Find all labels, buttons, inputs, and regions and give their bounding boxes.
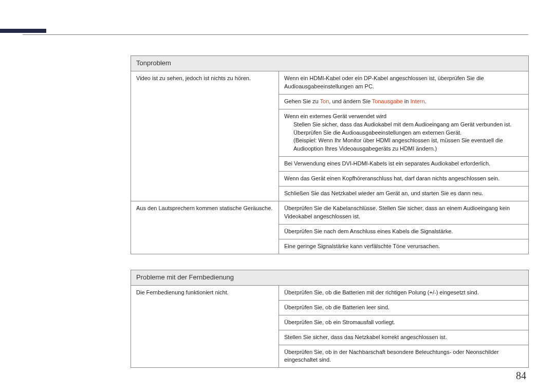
problem-label: Aus den Lautsprechern kommen statische G… (131, 201, 279, 254)
text: in (403, 98, 411, 104)
problem-label: Die Fernbedienung funktioniert nicht. (131, 285, 279, 368)
solution-cell: Überprüfen Sie, ob die Batterien mit der… (279, 285, 529, 300)
table-row: Tonproblem (131, 56, 529, 71)
table-row: Die Fernbedienung funktioniert nicht. Üb… (131, 285, 529, 300)
bullet-text: Überprüfen Sie die Audioausgabeeinstellu… (284, 129, 523, 137)
solution-cell: Überprüfen Sie, ob in der Nachbarschaft … (279, 345, 529, 368)
highlight-intern: Intern (411, 98, 425, 104)
section-header-fernbedienung: Probleme mit der Fernbedienung (131, 270, 529, 285)
highlight-tonausgabe: Tonausgabe (372, 98, 403, 104)
spacer (131, 254, 528, 270)
table-tonproblem: Tonproblem Video ist zu sehen, jedoch is… (131, 55, 529, 254)
text: Wenn ein externes Gerät verwendet wird (284, 113, 386, 119)
solution-cell: Gehen Sie zu Ton, und ändern Sie Tonausg… (279, 94, 529, 109)
content-area: Tonproblem Video ist zu sehen, jedoch is… (131, 55, 528, 368)
solution-cell: Wenn das Gerät einen Kopfhöreranschluss … (279, 172, 529, 186)
top-rule (23, 34, 528, 35)
page-number: 84 (516, 370, 526, 382)
solution-cell: Eine geringe Signalstärke kann verfälsch… (279, 239, 529, 254)
table-row: Video ist zu sehen, jedoch ist nichts zu… (131, 71, 529, 94)
solution-cell: Bei Verwendung eines DVI-HDMI-Kabels ist… (279, 157, 529, 172)
table-fernbedienung: Probleme mit der Fernbedienung Die Fernb… (131, 270, 529, 368)
accent-bar (0, 29, 46, 33)
solution-cell: Schließen Sie das Netzkabel wieder am Ge… (279, 186, 529, 201)
section-header-tonproblem: Tonproblem (131, 56, 529, 71)
page-root: Tonproblem Video ist zu sehen, jedoch is… (0, 0, 555, 392)
solution-cell: Überprüfen Sie, ob die Batterien leer si… (279, 300, 529, 315)
bullet-text: Stellen Sie sicher, dass das Audiokabel … (284, 121, 523, 129)
text: Gehen Sie zu (284, 98, 320, 104)
solution-cell: Überprüfen Sie die Kabelanschlüsse. Stel… (279, 201, 529, 225)
highlight-ton: Ton (320, 98, 329, 104)
solution-cell: Wenn ein externes Gerät verwendet wird S… (279, 109, 529, 157)
bullet-note: (Beispiel: Wenn Ihr Monitor über HDMI an… (284, 137, 523, 153)
table-row: Probleme mit der Fernbedienung (131, 270, 529, 285)
problem-label: Video ist zu sehen, jedoch ist nichts zu… (131, 71, 279, 201)
solution-cell: Wenn ein HDMI-Kabel oder ein DP-Kabel an… (279, 71, 529, 94)
table-row: Aus den Lautsprechern kommen statische G… (131, 201, 529, 225)
solution-cell: Überprüfen Sie, ob ein Stromausfall vorl… (279, 315, 529, 330)
text: , und ändern Sie (329, 98, 372, 104)
solution-cell: Stellen Sie sicher, dass das Netzkabel k… (279, 330, 529, 345)
text: . (425, 98, 427, 104)
solution-cell: Überprüfen Sie nach dem Anschluss eines … (279, 225, 529, 239)
